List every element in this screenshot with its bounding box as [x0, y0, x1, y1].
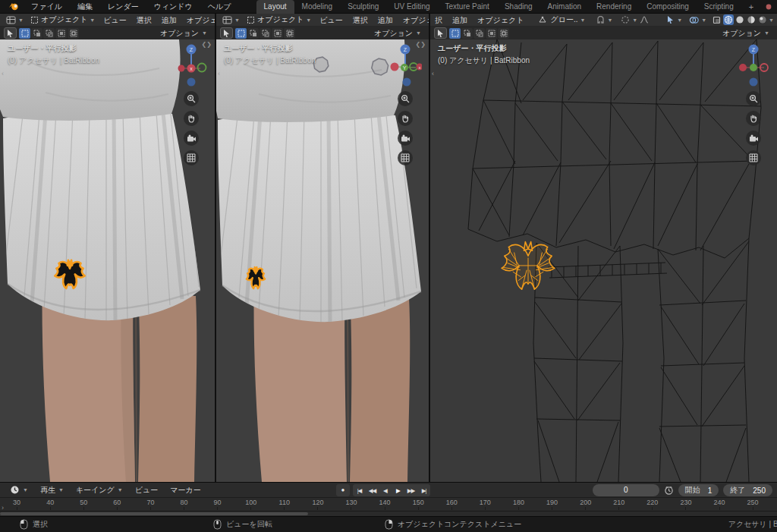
select-mode-invert[interactable] [55, 28, 67, 39]
select-mode-new[interactable] [235, 28, 247, 39]
camera-view-icon[interactable] [746, 131, 761, 146]
select-mode-extend[interactable] [461, 28, 473, 39]
auto-keying-record-button[interactable]: ● [336, 484, 350, 496]
menu-window[interactable]: ウィンドウ [147, 1, 200, 13]
options-dropdown[interactable]: オプション ▼ [370, 28, 425, 39]
menu-file[interactable]: ファイル [24, 1, 69, 13]
menu-render[interactable]: レンダー [101, 1, 146, 13]
shading-rendered-icon[interactable] [757, 14, 768, 25]
timeline-scrollbar[interactable] [0, 512, 308, 515]
select-mode-intersect[interactable] [68, 28, 79, 39]
select-mode-extend[interactable] [247, 28, 259, 39]
frame-end-field[interactable]: 終了 250 [723, 484, 772, 496]
zoom-icon[interactable] [746, 91, 761, 106]
menu-add[interactable]: 追加 [448, 14, 472, 26]
pan-hand-icon[interactable] [184, 111, 199, 126]
select-mode-extend[interactable] [31, 28, 42, 39]
transport-button[interactable]: ▶| [417, 484, 430, 496]
transport-button[interactable]: ◀◀ [366, 484, 379, 496]
select-mode-intersect[interactable] [284, 28, 295, 39]
axis-gizmo[interactable]: Z [737, 42, 770, 87]
mode-dropdown[interactable]: オブジェクト ▼ [27, 14, 98, 26]
menu-select[interactable]: 選択 [348, 14, 373, 26]
select-mode-subtract[interactable] [260, 28, 271, 39]
menu-edit[interactable]: 編集 [71, 1, 99, 13]
workspace-tab[interactable]: Sculpting [340, 0, 386, 14]
menu-add[interactable]: 追加 [157, 14, 181, 26]
menu-help[interactable]: ヘルプ [201, 1, 238, 13]
menu-object[interactable]: オブジェクト [182, 14, 215, 26]
sidebar-collapse-arrow[interactable]: ‹ [218, 70, 220, 77]
menu-view[interactable]: ビュー [315, 14, 347, 26]
grid-toggle-icon[interactable] [398, 150, 413, 165]
transport-button[interactable]: |◀ [353, 484, 366, 496]
blender-logo-icon[interactable] [5, 1, 23, 13]
workspace-tab[interactable]: Rendering [589, 0, 639, 14]
show-gizmo-dropdown[interactable]: ▼ [664, 14, 685, 26]
snap-dropdown[interactable]: ▼ [593, 14, 615, 26]
grid-toggle-icon[interactable] [746, 150, 761, 165]
xray-toggle-icon[interactable] [710, 14, 722, 26]
transform-orientation-dropdown[interactable]: グロー.. ▼ [535, 14, 588, 26]
current-frame-field[interactable]: 0 [593, 484, 659, 496]
viewport-3-canvas[interactable]: ‹ ユーザー・平行投影 (0) アクセサリ | BatRibbon Z [430, 39, 777, 482]
workspace-tab[interactable]: Layout [256, 0, 294, 14]
axis-gizmo[interactable]: Z Y x [388, 42, 422, 87]
viewport-1-canvas[interactable]: ‹ ユーザー・平行投影 (0) アクセサリ | BatRibbon ❮❯ Z x [0, 39, 215, 482]
camera-view-icon[interactable] [398, 131, 413, 146]
menu-object[interactable]: オブジェクト [473, 14, 528, 26]
menu-view[interactable]: ビュー [130, 485, 163, 496]
options-dropdown[interactable]: オプション ▼ [719, 28, 773, 39]
zoom-icon[interactable] [398, 91, 413, 106]
editor-type-dropdown[interactable]: ▼ [219, 14, 243, 26]
pan-hand-icon[interactable] [398, 111, 413, 126]
menu-view[interactable]: ビュー [99, 14, 131, 26]
sidebar-collapse-arrow[interactable]: ‹ [2, 70, 4, 77]
transport-button[interactable]: ▶▶ [404, 484, 417, 496]
grid-toggle-icon[interactable] [184, 150, 199, 165]
select-mode-invert[interactable] [272, 28, 283, 39]
shading-solid-icon[interactable] [735, 14, 745, 25]
viewport-2-canvas[interactable]: ‹ ユーザー・平行投影 (0) アクセサリ | BatRibbon ❮❯ Z Y… [216, 39, 429, 482]
menu-add[interactable]: 追加 [373, 14, 398, 26]
menu-keying[interactable]: キーイング▼ [71, 485, 128, 496]
add-workspace-button[interactable]: + [743, 2, 760, 11]
timeline-ruler[interactable]: 30 40 50 60 70 80 90 [0, 498, 777, 516]
axis-gizmo[interactable]: Z x [175, 42, 208, 87]
select-mode-invert[interactable] [486, 28, 497, 39]
options-dropdown[interactable]: オプション ▼ [156, 28, 211, 39]
camera-view-icon[interactable] [184, 131, 199, 146]
select-mode-new[interactable] [449, 28, 461, 39]
active-tool-select-box[interactable] [434, 27, 447, 39]
editor-type-dropdown[interactable]: ▼ [3, 14, 27, 26]
proportional-editing-icon[interactable] [619, 14, 631, 26]
select-mode-subtract[interactable] [473, 28, 485, 39]
workspace-tab[interactable]: Shading [497, 0, 540, 14]
workspace-tab[interactable]: Scripting [697, 0, 741, 14]
transport-button[interactable]: ▶ [392, 484, 404, 496]
workspace-tab[interactable]: Compositing [639, 0, 697, 14]
pan-hand-icon[interactable] [746, 111, 761, 126]
menu-marker[interactable]: マーカー [165, 485, 206, 496]
active-tool-select-box[interactable] [220, 27, 233, 39]
transport-button[interactable]: ◀ [379, 484, 392, 496]
shading-wireframe-icon[interactable] [723, 14, 734, 25]
workspace-tab[interactable]: Texture Paint [438, 0, 497, 14]
workspace-tab[interactable]: UV Editing [386, 0, 437, 14]
menu-object[interactable]: オブジェクト [398, 14, 429, 26]
menu-select-clipped[interactable]: 択 [433, 14, 447, 26]
menu-playback[interactable]: 再生▼ [35, 485, 69, 496]
zoom-icon[interactable] [184, 91, 199, 106]
select-mode-intersect[interactable] [498, 28, 509, 39]
timeline-editor-type-dropdown[interactable]: ▼ [5, 485, 33, 495]
overlays-dropdown[interactable]: ▼ [686, 14, 709, 26]
menu-select[interactable]: 選択 [132, 14, 156, 26]
mode-dropdown[interactable]: オブジェクト ▼ [244, 14, 314, 26]
workspace-tab[interactable]: Modeling [294, 0, 341, 14]
sidebar-collapse-arrow[interactable]: ‹ [432, 70, 434, 77]
select-mode-new[interactable] [19, 28, 30, 39]
active-tool-select-box[interactable] [4, 27, 17, 39]
shading-material-icon[interactable] [746, 14, 757, 25]
workspace-tab[interactable]: Animation [540, 0, 589, 14]
select-mode-subtract[interactable] [43, 28, 55, 39]
